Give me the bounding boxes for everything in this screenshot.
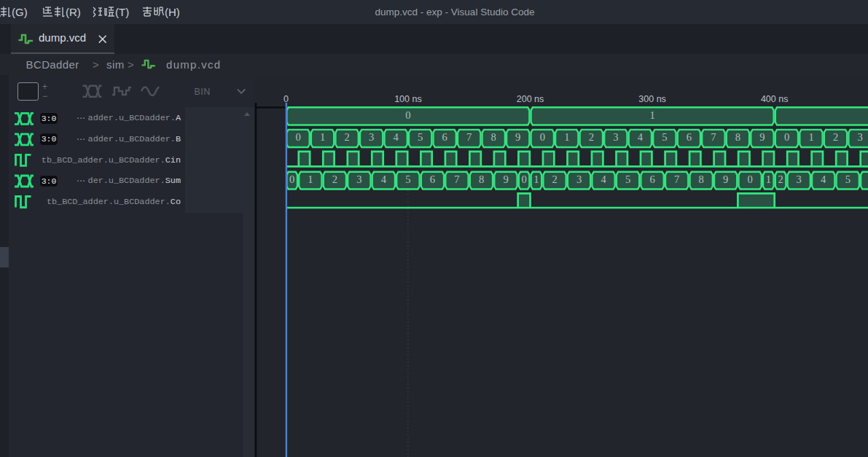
svg-text:4: 4 — [601, 173, 606, 185]
svg-text:3: 3 — [356, 173, 361, 185]
svg-text:200 ns: 200 ns — [517, 94, 544, 104]
svg-text:7: 7 — [711, 131, 716, 143]
svg-text:0: 0 — [284, 94, 289, 104]
svg-text:1: 1 — [766, 173, 771, 185]
svg-text:5: 5 — [418, 131, 423, 143]
svg-text:8: 8 — [698, 173, 703, 185]
svg-text:100 ns: 100 ns — [394, 94, 422, 104]
svg-text:4: 4 — [393, 131, 399, 143]
svg-text:1: 1 — [533, 173, 539, 185]
svg-text:4: 4 — [638, 131, 644, 143]
svg-text:2: 2 — [589, 131, 594, 143]
svg-text:1: 1 — [649, 109, 654, 121]
svg-text:0: 0 — [748, 173, 753, 185]
svg-text:5: 5 — [625, 173, 630, 185]
svg-text:2: 2 — [833, 131, 838, 143]
svg-text:2: 2 — [344, 131, 349, 143]
svg-text:0: 0 — [784, 131, 789, 143]
svg-text:0: 0 — [521, 173, 526, 185]
svg-text:2: 2 — [552, 173, 557, 185]
svg-text:9: 9 — [723, 173, 728, 185]
svg-text:6: 6 — [687, 131, 692, 143]
svg-text:8: 8 — [479, 173, 484, 185]
svg-text:1: 1 — [808, 131, 813, 143]
svg-text:400 ns: 400 ns — [761, 94, 789, 104]
svg-text:3: 3 — [613, 131, 618, 143]
svg-text:8: 8 — [735, 131, 740, 143]
svg-text:2: 2 — [778, 173, 783, 185]
svg-text:0: 0 — [289, 173, 294, 185]
svg-text:4: 4 — [381, 173, 387, 185]
svg-text:1: 1 — [308, 173, 313, 185]
svg-text:0: 0 — [405, 109, 410, 121]
svg-text:4: 4 — [821, 173, 826, 185]
svg-text:0: 0 — [295, 131, 300, 143]
svg-text:1: 1 — [320, 131, 325, 143]
svg-text:0: 0 — [540, 131, 545, 143]
svg-text:1: 1 — [564, 131, 569, 143]
svg-text:3: 3 — [369, 131, 374, 143]
svg-text:3: 3 — [576, 173, 582, 185]
svg-text:3: 3 — [797, 173, 802, 185]
svg-text:3: 3 — [857, 131, 862, 143]
svg-text:8: 8 — [491, 131, 496, 143]
svg-text:9: 9 — [759, 131, 765, 143]
svg-text:5: 5 — [662, 131, 667, 143]
svg-text:6: 6 — [430, 173, 435, 185]
svg-text:5: 5 — [845, 173, 851, 185]
svg-text:300 ns: 300 ns — [638, 94, 666, 104]
svg-text:6: 6 — [649, 173, 654, 185]
svg-text:2: 2 — [332, 173, 337, 185]
svg-text:7: 7 — [466, 131, 472, 143]
svg-text:6: 6 — [442, 131, 447, 143]
svg-text:9: 9 — [503, 173, 508, 185]
svg-text:5: 5 — [405, 173, 410, 185]
svg-text:9: 9 — [515, 131, 520, 143]
svg-text:7: 7 — [454, 173, 459, 185]
svg-text:7: 7 — [674, 173, 679, 185]
